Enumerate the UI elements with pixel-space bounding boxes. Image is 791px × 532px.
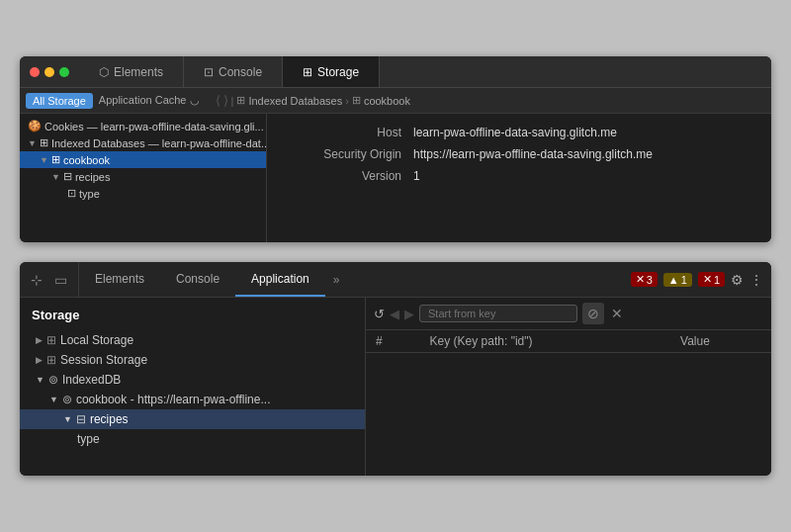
records-table: # Key (Key path: "id") Value	[366, 330, 771, 353]
tab-application[interactable]: Application	[235, 262, 325, 297]
col-key: Key (Key path: "id")	[420, 330, 670, 353]
maximize-button[interactable]	[59, 67, 69, 77]
session-storage-icon: ⊞	[46, 353, 56, 367]
table-header-row: # Key (Key path: "id") Value	[366, 330, 771, 353]
sidebar-item-recipes[interactable]: ▼ ⊟ recipes	[20, 168, 266, 185]
close-detail-button[interactable]: ✕	[611, 306, 623, 321]
error2-icon: ✕	[703, 273, 712, 286]
tab-console-bottom[interactable]: Console	[160, 262, 235, 297]
cookbook-url-icon: ⊚	[62, 393, 72, 406]
bottom-devtools-panel: ⊹ ▭ Elements Console Application » ✕ 3 ▲	[20, 262, 771, 476]
error-icon: ✕	[636, 273, 645, 286]
cursor-icon[interactable]: ⊹	[28, 270, 45, 290]
nav-prev-icon[interactable]: ⟨	[216, 93, 220, 108]
bottom-body: Storage ▶ ⊞ Local Storage ▶ ⊞ Session St…	[20, 298, 771, 476]
block-icon: ⊘	[587, 306, 599, 321]
more-icon-label: »	[333, 273, 340, 287]
local-storage-icon: ⊞	[46, 333, 56, 347]
cookbook-tree-icon: ⊞	[51, 153, 60, 166]
sidebar-item-session-storage[interactable]: ▶ ⊞ Session Storage	[20, 350, 365, 370]
storage-icon: ⊞	[303, 65, 312, 79]
warning-badge: ▲ 1	[663, 273, 692, 287]
host-row: Host learn-pwa-offline-data-saving.glitc…	[283, 126, 755, 139]
elements-icon: ⬡	[99, 65, 109, 79]
settings-icon[interactable]: ⚙	[731, 272, 744, 288]
error2-count: 1	[714, 274, 720, 286]
col-value: Value	[670, 330, 771, 353]
breadcrumb-indexed-db[interactable]: Indexed Databases	[248, 95, 342, 107]
close-button[interactable]	[30, 67, 40, 77]
cookbook-url-arrow: ▼	[49, 395, 58, 404]
start-from-key-input[interactable]	[419, 305, 577, 322]
tab-console[interactable]: ⊡ Console	[184, 56, 283, 87]
recipes2-arrow: ▼	[63, 414, 72, 424]
indexed-db-icon: ⊞	[40, 136, 48, 149]
recipes-label: recipes	[75, 171, 110, 183]
tab-console-bottom-label: Console	[176, 272, 220, 286]
type-icon: ⊡	[67, 187, 76, 200]
top-content: 🍪 Cookies — learn-pwa-offline-data-savin…	[20, 114, 771, 242]
version-label: Version	[283, 169, 401, 183]
sidebar-item-indexeddb[interactable]: ▼ ⊚ IndexedDB	[20, 370, 365, 390]
cookbook-arrow: ▼	[40, 155, 48, 165]
version-value: 1	[413, 169, 420, 183]
recipes-icon: ⊟	[63, 170, 72, 183]
recipes2-label: recipes	[90, 412, 129, 426]
app-cache-label[interactable]: Application Cache ◡	[99, 94, 200, 107]
type2-label: type	[77, 432, 100, 446]
nav-prev-button[interactable]: ◀	[390, 307, 399, 321]
sidebar-item-cookies[interactable]: 🍪 Cookies — learn-pwa-offline-data-savin…	[20, 118, 266, 134]
tab-storage-label: Storage	[317, 65, 359, 79]
top-tabs: ⬡ Elements ⊡ Console ⊞ Storage	[79, 56, 380, 87]
security-row: Security Origin https://learn-pwa-offlin…	[283, 147, 755, 161]
cookies-icon: 🍪	[28, 120, 42, 133]
indexeddb-icon: ⊚	[48, 373, 58, 387]
bottom-tabs: Elements Console Application	[79, 262, 325, 297]
warning-icon: ▲	[668, 274, 679, 286]
tab-elements-bottom[interactable]: Elements	[79, 262, 160, 297]
more-options-icon[interactable]: ⋮	[749, 272, 763, 288]
error-count: 3	[647, 274, 653, 286]
more-tabs-icon[interactable]: »	[325, 262, 348, 297]
bottom-tab-bar: ⊹ ▭ Elements Console Application » ✕ 3 ▲	[20, 262, 771, 298]
sidebar-item-cookbook-url[interactable]: ▼ ⊚ cookbook - https://learn-pwa-offline…	[20, 390, 365, 409]
error-badge: ✕ 3	[631, 272, 658, 287]
indexed-db-arrow: ▼	[28, 138, 37, 148]
nav-next-button[interactable]: ▶	[404, 307, 414, 321]
device-icon[interactable]: ▭	[51, 270, 70, 290]
nav-next-icon[interactable]: ⟩	[223, 93, 228, 108]
session-storage-label: Session Storage	[60, 353, 147, 367]
tab-console-label: Console	[219, 65, 262, 79]
breadcrumb-cookbook[interactable]: cookbook	[364, 95, 410, 107]
indexeddb-arrow: ▼	[36, 375, 44, 385]
sidebar-item-indexed-db[interactable]: ▼ ⊞ Indexed Databases — learn-pwa-offlin…	[20, 134, 266, 151]
local-storage-label: Local Storage	[60, 333, 133, 347]
cookbook-label: cookbook	[63, 154, 110, 166]
sidebar-item-type2[interactable]: type	[20, 429, 365, 449]
host-value: learn-pwa-offline-data-saving.glitch.me	[413, 126, 617, 139]
top-detail: Host learn-pwa-offline-data-saving.glitc…	[267, 114, 771, 242]
indexed-db-label: Indexed Databases — learn-pwa-offline-da…	[51, 137, 266, 149]
sidebar-item-cookbook[interactable]: ▼ ⊞ cookbook	[20, 151, 266, 168]
tab-application-label: Application	[251, 272, 309, 286]
recipes-arrow: ▼	[51, 172, 60, 182]
cookbook-url-label: cookbook - https://learn-pwa-offline...	[76, 393, 271, 406]
bottom-left-icons: ⊹ ▭	[20, 262, 79, 297]
cookies-label: Cookies — learn-pwa-offline-data-saving.…	[44, 121, 264, 133]
block-button[interactable]: ⊘	[582, 303, 604, 324]
sidebar-item-local-storage[interactable]: ▶ ⊞ Local Storage	[20, 330, 365, 350]
detail2-toolbar: ↺ ◀ ▶ ⊘ ✕	[366, 298, 771, 330]
top-devtools-panel: ⬡ Elements ⊡ Console ⊞ Storage All Stora…	[20, 56, 771, 242]
tab-storage[interactable]: ⊞ Storage	[283, 56, 380, 87]
tab-elements[interactable]: ⬡ Elements	[79, 56, 184, 87]
console-icon: ⊡	[204, 65, 214, 79]
refresh-button[interactable]: ↺	[374, 307, 385, 321]
window-controls	[20, 67, 79, 77]
storage-sub-bar: All Storage Application Cache ◡ ⟨ ⟩ | ⊞ …	[20, 88, 771, 114]
col-hash: #	[366, 330, 420, 353]
session-storage-arrow: ▶	[36, 355, 43, 365]
minimize-button[interactable]	[44, 67, 54, 77]
sidebar-item-recipes2[interactable]: ▼ ⊟ recipes	[20, 409, 365, 429]
all-storage-button[interactable]: All Storage	[26, 93, 93, 109]
sidebar-item-type[interactable]: ⊡ type	[20, 185, 266, 202]
